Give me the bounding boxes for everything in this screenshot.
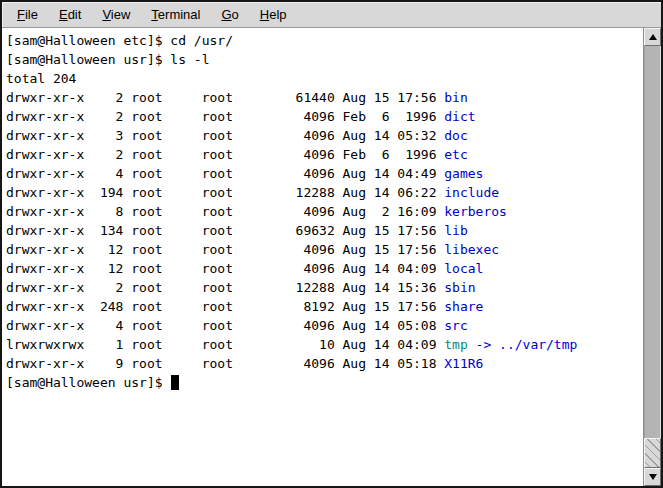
- scrollbar-track[interactable]: [644, 46, 661, 468]
- file-name: include: [444, 185, 499, 200]
- prompt-line: [sam@Halloween usr]$: [6, 373, 643, 392]
- menubar: FileEditViewTerminalGoHelp: [2, 2, 661, 28]
- file-row: drwxr-xr-x 2 root root 4096 Feb 6 1996 e…: [6, 145, 643, 164]
- menu-item-help[interactable]: Help: [250, 3, 298, 26]
- file-name: src: [444, 318, 467, 333]
- file-row: drwxr-xr-x 134 root root 69632 Aug 15 17…: [6, 221, 643, 240]
- file-name: sbin: [444, 280, 475, 295]
- file-row: drwxr-xr-x 8 root root 4096 Aug 2 16:09 …: [6, 202, 643, 221]
- file-name: doc: [444, 128, 467, 143]
- file-row: drwxr-xr-x 12 root root 4096 Aug 14 04:0…: [6, 259, 643, 278]
- menu-item-mnemonic: T: [151, 7, 158, 22]
- file-row: drwxr-xr-x 2 root root 4096 Feb 6 1996 d…: [6, 107, 643, 126]
- menu-item-mnemonic: E: [59, 7, 68, 22]
- file-row: drwxr-xr-x 3 root root 4096 Aug 14 05:32…: [6, 126, 643, 145]
- file-name: dict: [444, 109, 475, 124]
- file-row: drwxr-xr-x 194 root root 12288 Aug 14 06…: [6, 183, 643, 202]
- scroll-down-button[interactable]: [644, 468, 661, 486]
- menu-item-edit[interactable]: Edit: [49, 3, 92, 26]
- terminal-line: [sam@Halloween etc]$ cd /usr/: [6, 31, 643, 50]
- symlink-target: -> ../var/tmp: [468, 337, 578, 352]
- scroll-up-button[interactable]: [644, 28, 661, 46]
- menu-item-mnemonic: V: [102, 7, 110, 22]
- file-row: drwxr-xr-x 9 root root 4096 Aug 14 05:18…: [6, 354, 643, 373]
- terminal-line: [sam@Halloween usr]$ ls -l: [6, 50, 643, 69]
- vertical-scrollbar[interactable]: [643, 28, 661, 486]
- terminal-line: total 204: [6, 69, 643, 88]
- menu-item-file[interactable]: File: [7, 3, 49, 26]
- menu-item-mnemonic: F: [17, 7, 25, 22]
- file-row: drwxr-xr-x 4 root root 4096 Aug 14 05:08…: [6, 316, 643, 335]
- file-row: drwxr-xr-x 2 root root 12288 Aug 14 15:3…: [6, 278, 643, 297]
- arrow-up-icon: [649, 34, 657, 40]
- arrow-down-icon: [649, 474, 657, 480]
- file-name: local: [444, 261, 483, 276]
- file-row: lrwxrwxrwx 1 root root 10 Aug 14 04:09 t…: [6, 335, 643, 354]
- menu-item-go[interactable]: Go: [211, 3, 249, 26]
- file-name: games: [444, 166, 483, 181]
- menu-item-terminal[interactable]: Terminal: [141, 3, 211, 26]
- file-name: bin: [444, 90, 467, 105]
- file-name: X11R6: [444, 356, 483, 371]
- menu-item-view[interactable]: View: [92, 3, 141, 26]
- file-name: tmp: [444, 337, 467, 352]
- file-name: libexec: [444, 242, 499, 257]
- terminal-cursor: [171, 375, 179, 390]
- scrollbar-thumb[interactable]: [644, 438, 661, 468]
- file-name: etc: [444, 147, 467, 162]
- terminal-output[interactable]: [sam@Halloween etc]$ cd /usr/[sam@Hallow…: [2, 28, 643, 486]
- file-row: drwxr-xr-x 4 root root 4096 Aug 14 04:49…: [6, 164, 643, 183]
- file-row: drwxr-xr-x 248 root root 8192 Aug 15 17:…: [6, 297, 643, 316]
- file-row: drwxr-xr-x 12 root root 4096 Aug 15 17:5…: [6, 240, 643, 259]
- file-name: lib: [444, 223, 467, 238]
- menu-item-mnemonic: H: [260, 7, 269, 22]
- terminal-window: FileEditViewTerminalGoHelp [sam@Hallowee…: [0, 0, 663, 488]
- file-row: drwxr-xr-x 2 root root 61440 Aug 15 17:5…: [6, 88, 643, 107]
- file-name: share: [444, 299, 483, 314]
- window-content: [sam@Halloween etc]$ cd /usr/[sam@Hallow…: [2, 28, 661, 486]
- file-name: kerberos: [444, 204, 507, 219]
- menu-item-mnemonic: G: [221, 7, 231, 22]
